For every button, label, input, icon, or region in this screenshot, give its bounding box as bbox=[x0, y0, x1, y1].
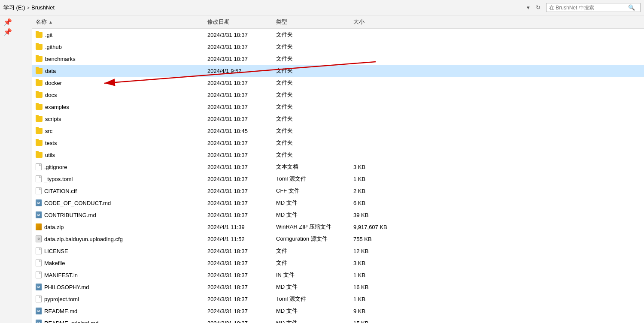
table-row[interactable]: tests 2024/3/31 18:37 文件夹 bbox=[32, 137, 644, 149]
table-row[interactable]: benchmarks 2024/3/31 18:37 文件夹 bbox=[32, 53, 644, 65]
dropdown-button[interactable]: ▾ bbox=[525, 3, 532, 12]
file-name-cell: MANIFEST.in bbox=[32, 271, 204, 279]
sort-arrow-icon: ▲ bbox=[49, 20, 53, 24]
pin-icon-2[interactable]: 📌 bbox=[0, 27, 32, 37]
refresh-button[interactable]: ↻ bbox=[534, 3, 543, 12]
file-name: _typos.toml bbox=[44, 176, 73, 182]
file-name: data.zip bbox=[44, 224, 64, 230]
file-icon bbox=[36, 248, 42, 254]
file-size bbox=[350, 82, 393, 84]
file-name-cell: data bbox=[32, 67, 204, 75]
col-name[interactable]: 名称 ▲ bbox=[32, 17, 204, 27]
table-row[interactable]: docs 2024/3/31 18:37 文件夹 bbox=[32, 89, 644, 101]
breadcrumb-learning[interactable]: 学习 (E:) bbox=[3, 4, 25, 12]
breadcrumb: 学习 (E:) > BrushNet bbox=[3, 4, 521, 12]
file-icon bbox=[36, 187, 42, 194]
table-row[interactable]: M README_original.md 2024/3/31 18:37 MD … bbox=[32, 317, 644, 323]
table-row[interactable]: _typos.toml 2024/3/31 18:37 Toml 源文件 1 K… bbox=[32, 173, 644, 185]
file-modified: 2024/3/31 18:37 bbox=[204, 259, 273, 267]
file-modified: 2024/4/1 9:52 bbox=[204, 67, 273, 75]
table-row[interactable]: scripts 2024/3/31 18:37 文件夹 bbox=[32, 113, 644, 125]
file-name: src bbox=[45, 128, 52, 134]
sidebar: 📌 📌 bbox=[0, 15, 32, 323]
file-name-cell: .gitignore bbox=[32, 163, 204, 171]
table-row[interactable]: utils 2024/3/31 18:37 文件夹 bbox=[32, 149, 644, 161]
table-row[interactable]: M README.md 2024/3/31 18:37 MD 文件 9 KB bbox=[32, 305, 644, 317]
file-type: CFF 文件 bbox=[273, 186, 350, 196]
file-size bbox=[350, 154, 393, 156]
folder-icon bbox=[36, 68, 43, 74]
file-modified: 2024/3/31 18:37 bbox=[204, 319, 273, 323]
file-size: 2 KB bbox=[350, 187, 393, 195]
file-modified: 2024/3/31 18:37 bbox=[204, 151, 273, 159]
file-size: 755 KB bbox=[350, 235, 393, 243]
table-row[interactable]: M CODE_OF_CONDUCT.md 2024/3/31 18:37 MD … bbox=[32, 197, 644, 209]
file-type: 文件 bbox=[273, 258, 350, 268]
file-type: 文件夹 bbox=[273, 102, 350, 112]
cfg-icon: ⚙ bbox=[36, 235, 42, 242]
file-name: .gitignore bbox=[44, 164, 67, 170]
file-size: 15 KB bbox=[350, 319, 393, 323]
table-row[interactable]: M PHILOSOPHY.md 2024/3/31 18:37 MD 文件 16… bbox=[32, 281, 644, 293]
file-type: 文件夹 bbox=[273, 42, 350, 51]
file-modified: 2024/3/31 18:37 bbox=[204, 199, 273, 207]
file-name-cell: _typos.toml bbox=[32, 175, 204, 183]
file-name: docs bbox=[45, 92, 57, 98]
table-row[interactable]: M CONTRIBUTING.md 2024/3/31 18:37 MD 文件 … bbox=[32, 209, 644, 221]
file-name: .github bbox=[45, 44, 62, 50]
file-name: docker bbox=[45, 80, 62, 86]
table-row[interactable]: pyproject.toml 2024/3/31 18:37 Toml 源文件 … bbox=[32, 293, 644, 305]
table-row[interactable]: src 2024/3/31 18:45 文件夹 bbox=[32, 125, 644, 137]
search-input[interactable] bbox=[549, 5, 626, 11]
file-type: Configuration 源文件 bbox=[273, 234, 350, 244]
table-row[interactable]: ⚙ data.zip.baiduyun.uploading.cfg 2024/4… bbox=[32, 233, 644, 245]
file-type: 文件夹 bbox=[273, 30, 350, 39]
file-name: README_original.md bbox=[44, 320, 98, 323]
file-name-cell: M CODE_OF_CONDUCT.md bbox=[32, 199, 204, 207]
file-name-cell: utils bbox=[32, 151, 204, 159]
file-size bbox=[350, 70, 393, 72]
file-icon bbox=[36, 163, 42, 170]
file-modified: 2024/3/31 18:37 bbox=[204, 43, 273, 51]
file-name-cell: tests bbox=[32, 139, 204, 147]
file-size: 9,917,607 KB bbox=[350, 223, 393, 231]
md-icon: M bbox=[36, 320, 42, 323]
file-modified: 2024/3/31 18:45 bbox=[204, 127, 273, 135]
col-type[interactable]: 类型 bbox=[273, 17, 350, 27]
file-type: IN 文件 bbox=[273, 270, 350, 280]
table-row[interactable]: MANIFEST.in 2024/3/31 18:37 IN 文件 1 KB bbox=[32, 269, 644, 281]
file-type: MD 文件 bbox=[273, 318, 350, 323]
file-size: 3 KB bbox=[350, 259, 393, 267]
file-name-cell: .git bbox=[32, 31, 204, 39]
md-icon: M bbox=[36, 284, 42, 290]
search-box: 🔍 bbox=[546, 3, 641, 12]
table-row[interactable]: CITATION.cff 2024/3/31 18:37 CFF 文件 2 KB bbox=[32, 185, 644, 197]
table-row[interactable]: .gitignore 2024/3/31 18:37 文本文档 3 KB bbox=[32, 161, 644, 173]
table-row[interactable]: examples 2024/3/31 18:37 文件夹 bbox=[32, 101, 644, 113]
table-row[interactable]: data 2024/4/1 9:52 文件夹 bbox=[32, 65, 644, 77]
table-row[interactable]: .git 2024/3/31 18:37 文件夹 bbox=[32, 29, 644, 41]
file-modified: 2024/3/31 18:37 bbox=[204, 211, 273, 219]
file-size: 1 KB bbox=[350, 271, 393, 279]
search-icon: 🔍 bbox=[628, 4, 635, 11]
table-row[interactable]: data.zip 2024/4/1 11:39 WinRAR ZIP 压缩文件 … bbox=[32, 221, 644, 233]
file-icon bbox=[36, 272, 42, 278]
pin-icon-1[interactable]: 📌 bbox=[0, 17, 32, 27]
table-row[interactable]: LICENSE 2024/3/31 18:37 文件 12 KB bbox=[32, 245, 644, 257]
file-area[interactable]: 名称 ▲ 修改日期 类型 大小 .git 2024/3/31 18:37 文件夹… bbox=[32, 15, 644, 323]
file-name-cell: examples bbox=[32, 103, 204, 111]
file-name-cell: docker bbox=[32, 79, 204, 87]
folder-icon bbox=[36, 44, 43, 50]
file-name: README.md bbox=[44, 308, 77, 314]
table-row[interactable]: docker 2024/3/31 18:37 文件夹 bbox=[32, 77, 644, 89]
folder-icon bbox=[36, 32, 43, 38]
breadcrumb-brushnet[interactable]: BrushNet bbox=[31, 4, 55, 11]
col-modified[interactable]: 修改日期 bbox=[204, 17, 273, 27]
file-modified: 2024/3/31 18:37 bbox=[204, 247, 273, 255]
file-type: 文件夹 bbox=[273, 78, 350, 88]
col-size[interactable]: 大小 bbox=[350, 17, 393, 27]
file-modified: 2024/3/31 18:37 bbox=[204, 175, 273, 183]
table-row[interactable]: Makefile 2024/3/31 18:37 文件 3 KB bbox=[32, 257, 644, 269]
table-row[interactable]: .github 2024/3/31 18:37 文件夹 bbox=[32, 41, 644, 53]
file-name: CONTRIBUTING.md bbox=[44, 212, 96, 218]
